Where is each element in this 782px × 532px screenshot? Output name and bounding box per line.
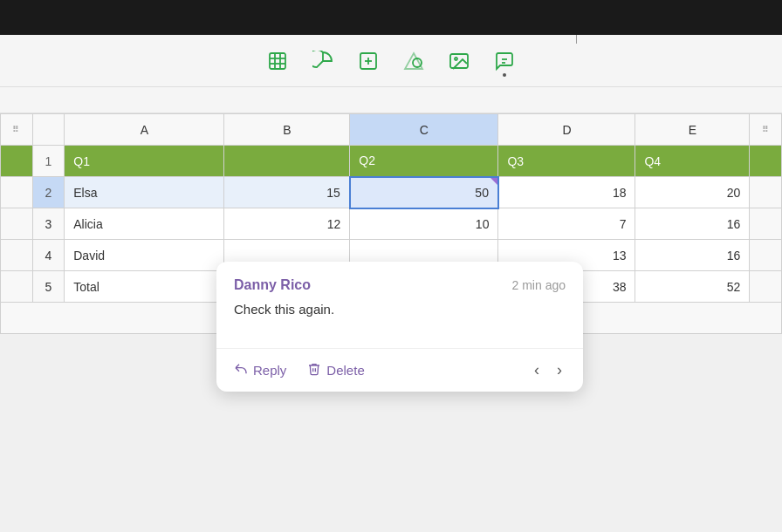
- comment-toolbar-icon[interactable]: [494, 51, 515, 72]
- col-header-e[interactable]: E: [635, 114, 750, 146]
- next-comment-button[interactable]: ›: [553, 359, 566, 381]
- comment-popup: Danny Rico 2 min ago Check this again. R…: [216, 262, 583, 392]
- cell-a4[interactable]: David: [65, 240, 224, 271]
- cell-c3[interactable]: 10: [350, 208, 498, 240]
- col-header-d[interactable]: D: [498, 114, 635, 146]
- right-handle-r5: [750, 271, 782, 303]
- svg-point-10: [455, 58, 457, 60]
- line-indicator: [576, 35, 577, 44]
- cell-b3[interactable]: 12: [224, 208, 350, 240]
- left-handle-r4: [1, 240, 33, 271]
- image-toolbar-icon[interactable]: [449, 51, 470, 72]
- table-toolbar-icon[interactable]: [267, 51, 288, 72]
- left-handle-r5: [1, 271, 33, 303]
- right-handle-r1: [750, 146, 782, 177]
- comment-author: Danny Rico: [234, 277, 311, 293]
- row-num-5: 5: [32, 271, 65, 303]
- right-handle-r2: [750, 177, 782, 208]
- cell-a1[interactable]: Q1: [65, 146, 224, 177]
- cell-b1[interactable]: [224, 146, 350, 177]
- cell-a3[interactable]: Alicia: [65, 208, 224, 240]
- left-handle-r1: [1, 146, 33, 177]
- col-header-a[interactable]: A: [65, 114, 224, 146]
- row-num-1: 1: [32, 146, 65, 177]
- corner-cell: [32, 114, 65, 146]
- cell-d1[interactable]: Q3: [498, 146, 635, 177]
- shape-toolbar-icon[interactable]: [403, 51, 424, 72]
- comment-footer: Reply Delete ‹ ›: [216, 348, 583, 392]
- table-row: 1 Q1 Q2 Q3 Q4: [1, 146, 782, 177]
- cell-a2[interactable]: Elsa: [65, 177, 224, 208]
- col-header-c[interactable]: C: [350, 114, 498, 146]
- delete-button[interactable]: Delete: [307, 362, 364, 379]
- prev-icon: ‹: [534, 361, 539, 379]
- delete-icon: [307, 362, 321, 379]
- cell-e2[interactable]: 20: [635, 177, 750, 208]
- delete-label: Delete: [326, 363, 364, 378]
- right-handle-header: ⠿: [750, 114, 782, 146]
- chart-toolbar-icon[interactable]: [312, 51, 333, 72]
- prev-comment-button[interactable]: ‹: [531, 359, 543, 381]
- cell-e3[interactable]: 16: [635, 208, 750, 240]
- table-row: 2 Elsa 15 50 18 20: [1, 177, 782, 208]
- left-handle-r3: [1, 208, 33, 240]
- text-toolbar-icon[interactable]: [358, 51, 379, 72]
- column-header-row: ⠿ A B C D E ⠿: [1, 114, 782, 146]
- right-handle-r3: [750, 208, 782, 240]
- cell-c1[interactable]: Q2: [350, 146, 498, 177]
- row-num-2: 2: [32, 177, 65, 208]
- cell-b2[interactable]: 15: [224, 177, 350, 208]
- next-icon: ›: [557, 361, 562, 379]
- left-handle-r2: [1, 177, 33, 208]
- row-num-4: 4: [32, 240, 65, 271]
- reply-button[interactable]: Reply: [234, 362, 286, 379]
- comment-header: Danny Rico 2 min ago: [234, 277, 566, 293]
- row-num-3: 3: [32, 208, 65, 240]
- top-bar: [0, 0, 782, 35]
- toolbar-spacer: [0, 87, 782, 113]
- reply-icon: [234, 362, 248, 379]
- toolbar: [0, 35, 782, 87]
- comment-body: Danny Rico 2 min ago Check this again.: [216, 262, 583, 348]
- col-header-b[interactable]: B: [224, 114, 350, 146]
- table-row: 3 Alicia 12 10 7 16: [1, 208, 782, 240]
- comment-navigation: ‹ ›: [531, 359, 566, 381]
- cell-d3[interactable]: 7: [498, 208, 635, 240]
- cell-c2-selected[interactable]: 50: [350, 177, 498, 208]
- cell-e4[interactable]: 16: [635, 240, 750, 271]
- top-drag-handle: ⠿: [1, 114, 33, 146]
- cell-a5[interactable]: Total: [65, 271, 224, 303]
- reply-label: Reply: [253, 363, 286, 378]
- comment-time: 2 min ago: [512, 278, 566, 292]
- cell-e5[interactable]: 52: [635, 271, 750, 303]
- comment-text: Check this again.: [234, 300, 566, 320]
- svg-rect-0: [270, 53, 285, 69]
- cell-d2[interactable]: 18: [498, 177, 635, 208]
- right-handle-r4: [750, 240, 782, 271]
- cell-e1[interactable]: Q4: [635, 146, 750, 177]
